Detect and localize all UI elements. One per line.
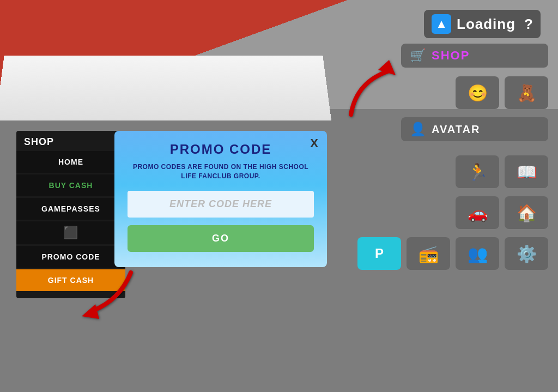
avatar-icon: 👤 xyxy=(410,122,426,137)
shop-buy-cash-button[interactable]: BUY CASH xyxy=(16,174,125,196)
promo-description: PROMO CODES ARE FOUND ON THE HIGH SCHOOL… xyxy=(128,162,314,181)
arrow-to-promo xyxy=(76,267,142,322)
loading-icon: ▲ xyxy=(432,14,451,34)
promo-title: PROMO CODE xyxy=(128,142,314,157)
svg-marker-1 xyxy=(82,304,99,319)
book-button[interactable]: 📖 xyxy=(505,155,548,188)
group-button[interactable]: 👥 xyxy=(456,237,499,270)
parking-button[interactable]: P xyxy=(357,237,401,270)
shop-home-button[interactable]: HOME xyxy=(16,151,125,173)
avatar-button[interactable]: 👤 AVATAR xyxy=(401,117,548,141)
icon-row-1: 😊 🧸 xyxy=(456,76,548,109)
home-button[interactable]: 🏠 xyxy=(505,196,548,229)
promo-go-button[interactable]: GO xyxy=(128,225,314,252)
loading-label: Loading xyxy=(457,16,515,33)
arrow-to-shop xyxy=(340,55,405,120)
cart-icon: 🛒 xyxy=(410,48,426,63)
help-button[interactable]: ? xyxy=(524,16,533,33)
avatar-label: AVATAR xyxy=(432,123,480,136)
shop-gamepasses-button[interactable]: GAMEPASSES xyxy=(16,198,125,220)
promo-code-input[interactable] xyxy=(128,191,314,218)
shop-top-button[interactable]: 🛒 SHOP xyxy=(401,44,548,68)
promo-modal: X PROMO CODE PROMO CODES ARE FOUND ON TH… xyxy=(114,131,327,267)
emoji-button[interactable]: 😊 xyxy=(456,76,499,109)
settings-button[interactable]: ⚙️ xyxy=(505,237,548,270)
shop-promo-button[interactable]: PROMO CODE xyxy=(16,246,125,268)
car-button[interactable]: 🚗 xyxy=(456,196,499,229)
loading-button[interactable]: ▲ Loading ? xyxy=(424,10,541,38)
icon-row-3: 🚗 🏠 xyxy=(456,196,548,229)
promo-close-button[interactable]: X xyxy=(310,136,318,150)
floor-area xyxy=(0,56,331,120)
radio-button[interactable]: 📻 xyxy=(407,237,450,270)
icon-row-4: P 📻 👥 ⚙️ xyxy=(357,237,548,270)
shop-panel-title: SHOP xyxy=(16,131,125,151)
shop-icon-button[interactable]: ⬛ xyxy=(16,221,125,244)
run-button[interactable]: 🏃 xyxy=(456,155,499,188)
shop-top-label: SHOP xyxy=(432,49,470,63)
icon-row-2: 🏃 📖 xyxy=(456,155,548,188)
bear-button[interactable]: 🧸 xyxy=(505,76,548,109)
